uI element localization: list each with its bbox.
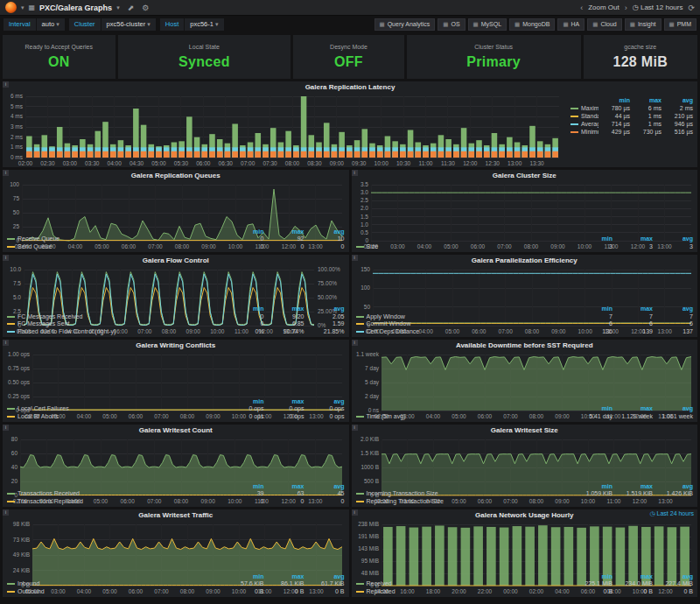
stat-value: Synced: [178, 54, 230, 70]
legend-row: Replicated0 B0 B0 B: [356, 588, 694, 596]
legend-series-toggle[interactable]: Paused due to Flow Control (right-y): [7, 328, 224, 336]
legend-series-toggle[interactable]: Local Bf Aborts: [7, 413, 224, 421]
panel-title[interactable]: Galera Writeset Traffic: [3, 509, 349, 520]
chart-plot[interactable]: 05010015002:0003:0004:0005:0006:0007:000…: [352, 265, 698, 306]
settings-gear-icon[interactable]: ⚙: [142, 4, 149, 12]
chart-plot[interactable]: 0 B48 MiB95 MiB143 MiB191 MiB238 MiB14:0…: [352, 520, 698, 573]
legend-series-toggle[interactable]: Outbound: [7, 588, 224, 596]
dashboard-link-mongodb[interactable]: ▦MongoDB: [509, 18, 555, 31]
refresh-icon[interactable]: ⟳: [688, 4, 695, 12]
legend-series-toggle[interactable]: Transactions Replicated: [7, 498, 224, 506]
chart-plot[interactable]: 02.55.07.510.00%25.00%50.00%75.00%100.00…: [3, 265, 349, 306]
stat-gcache-size[interactable]: gcache size 128 MiB: [584, 35, 698, 79]
panel-title[interactable]: Galera Writeset Count: [3, 425, 349, 435]
legend-stat-value: 429 µs: [598, 128, 630, 136]
panel-info-icon[interactable]: i: [352, 425, 358, 431]
dashboard-link-insight[interactable]: ▦Insight: [625, 18, 662, 31]
legend-series-toggle[interactable]: Cert Deps Distance: [356, 328, 573, 336]
variable-select-cluster[interactable]: pxc56-cluster ▾: [102, 18, 156, 31]
chevron-right-icon[interactable]: ›: [625, 4, 627, 12]
panel-title[interactable]: Galera Replication Latency: [3, 81, 697, 92]
legend-series-toggle[interactable]: Time (5m avg): [356, 413, 573, 421]
svg-text:80: 80: [11, 436, 18, 442]
legend-series-toggle[interactable]: Size: [356, 243, 573, 251]
panel-info-icon[interactable]: i: [3, 170, 9, 176]
legend-series-toggle[interactable]: Commit Window: [356, 320, 573, 328]
variable-label-cluster: Cluster: [69, 18, 101, 31]
legend-series-toggle[interactable]: Replicated: [356, 588, 573, 596]
dashboard-link-os[interactable]: ▦OS: [438, 18, 465, 31]
variable-select-interval[interactable]: auto ▾: [37, 18, 65, 31]
legend-series-toggle[interactable]: Receive Queue: [7, 235, 224, 243]
legend-stat-value: 0: [264, 498, 304, 506]
chevron-left-icon[interactable]: ‹: [580, 4, 583, 12]
legend-series-toggle[interactable]: Incoming Transaction Size: [356, 490, 573, 498]
panel-title[interactable]: Galera Parallelization Efficiency: [352, 255, 698, 265]
legend-series-toggle[interactable]: Maximum: [570, 104, 598, 112]
panel-title[interactable]: Available Downtime before SST Required: [352, 340, 698, 350]
panel-info-icon[interactable]: i: [3, 255, 9, 261]
stat-cluster-status[interactable]: Cluster Status Primary: [407, 35, 581, 79]
zoom-out-button[interactable]: Zoom Out: [588, 4, 620, 11]
legend-series-toggle[interactable]: Received: [356, 580, 573, 588]
legend-series-toggle[interactable]: Standard Deviation: [570, 112, 598, 120]
dashboard-link-pmm[interactable]: ▦PMM: [664, 18, 697, 31]
legend-series-toggle[interactable]: Inbound: [7, 580, 224, 588]
dashboard-link-cloud[interactable]: ▦Cloud: [587, 18, 621, 31]
chart-plot[interactable]: 0 B500 B1000 B1.5 KiB2.0 KiB02:0003:0004…: [352, 435, 698, 483]
panel-info-icon[interactable]: i: [352, 255, 358, 261]
panel-info-icon[interactable]: i: [3, 509, 9, 516]
legend-series-toggle[interactable]: Transactions Received: [7, 490, 224, 498]
panel-info-icon[interactable]: i: [352, 509, 358, 516]
share-icon[interactable]: ⬈: [128, 4, 135, 12]
chart-plot[interactable]: 025507510002:0003:0004:0005:0006:0007:00…: [3, 180, 349, 228]
legend-series-toggle[interactable]: Average: [570, 120, 598, 128]
legend-series-toggle[interactable]: Send Queue: [7, 243, 224, 251]
stat-desync-mode[interactable]: Desync Mode OFF: [293, 35, 403, 79]
panel-info-icon[interactable]: i: [352, 170, 358, 176]
stat-ready-to-accept-queries[interactable]: Ready to Accept Queries ON: [3, 35, 116, 79]
main-menu-caret-icon[interactable]: ▾: [21, 4, 24, 11]
panel-title[interactable]: Galera Network Usage Hourly: [352, 509, 698, 520]
chart-plot[interactable]: 0 B24 KiB49 KiB73 KiB98 KiB02:0003:0004:…: [3, 520, 349, 573]
chart-plot[interactable]: 0 ops0.25 ops0.50 ops0.75 ops1.00 ops02:…: [3, 350, 349, 398]
legend-series-toggle[interactable]: Replicating Transaction Size: [356, 498, 573, 506]
grid-icon: ▦: [669, 21, 675, 28]
legend-series-toggle[interactable]: Minimum: [570, 128, 598, 136]
dashboard-title[interactable]: PXC/Galera Graphs: [39, 4, 112, 12]
legend-series-toggle[interactable]: Local Cert Failures: [7, 405, 224, 413]
panel-title[interactable]: Galera Cluster Size: [352, 170, 698, 180]
dashboard-link-query-analytics[interactable]: ▦Query Analytics: [374, 18, 436, 31]
panel-info-icon[interactable]: i: [3, 425, 9, 431]
chart-plot[interactable]: 02040608002:0003:0004:0005:0006:0007:000…: [3, 435, 349, 483]
time-range-button[interactable]: ◷ Last 12 hours: [633, 4, 683, 11]
legend-series-toggle[interactable]: Apply Window: [356, 313, 573, 321]
panel-info-icon[interactable]: i: [3, 340, 9, 346]
panel-title[interactable]: Galera Replication Queues: [3, 170, 349, 180]
chart-plot[interactable]: 0 ns2 day5 day7 day1.1 week02:0003:0004:…: [352, 350, 698, 405]
svg-text:50: 50: [13, 209, 20, 215]
series-color-key: [7, 246, 15, 248]
variable-select-host[interactable]: pxc56-1 ▾: [185, 18, 223, 31]
legend-series-toggle[interactable]: FC Messages Received: [7, 313, 224, 321]
legend-row: Inbound57.6 KiB86.1 KiB61.7 KiB: [7, 580, 345, 588]
chart-plot[interactable]: 00.51.01.52.02.53.03.502:0003:0004:0005:…: [352, 180, 698, 235]
panel-title[interactable]: Galera Flow Control: [3, 255, 349, 265]
legend-series-toggle[interactable]: FC Messages Sent: [7, 320, 224, 328]
svg-text:03:00: 03:00: [63, 160, 78, 166]
svg-text:07:00: 07:00: [241, 160, 256, 166]
panel-time-range-override[interactable]: ◷ Last 24 hours: [650, 510, 694, 517]
dashboard-link-mysql[interactable]: ▦MySQL: [468, 18, 508, 31]
stat-local-state[interactable]: Local State Synced: [118, 35, 291, 79]
chart-plot[interactable]: 0 ms1 ms2 ms3 ms4 ms5 ms6 ms02:0002:3003…: [3, 92, 566, 167]
panel-title[interactable]: Galera Writeset Size: [352, 425, 698, 435]
series-color-key: [356, 331, 364, 333]
panel-info-icon[interactable]: i: [3, 81, 9, 88]
panel-title[interactable]: Galera Writing Conflicts: [3, 340, 349, 350]
legend-stat-value: 0 B: [653, 588, 693, 596]
grafana-logo-icon[interactable]: [5, 2, 17, 13]
dashboard-title-caret-icon[interactable]: ▾: [116, 4, 120, 11]
legend-stat-value: 21.85%: [304, 328, 345, 336]
panel-info-icon[interactable]: i: [352, 340, 358, 346]
dashboard-link-ha[interactable]: ▦HA: [557, 18, 584, 31]
